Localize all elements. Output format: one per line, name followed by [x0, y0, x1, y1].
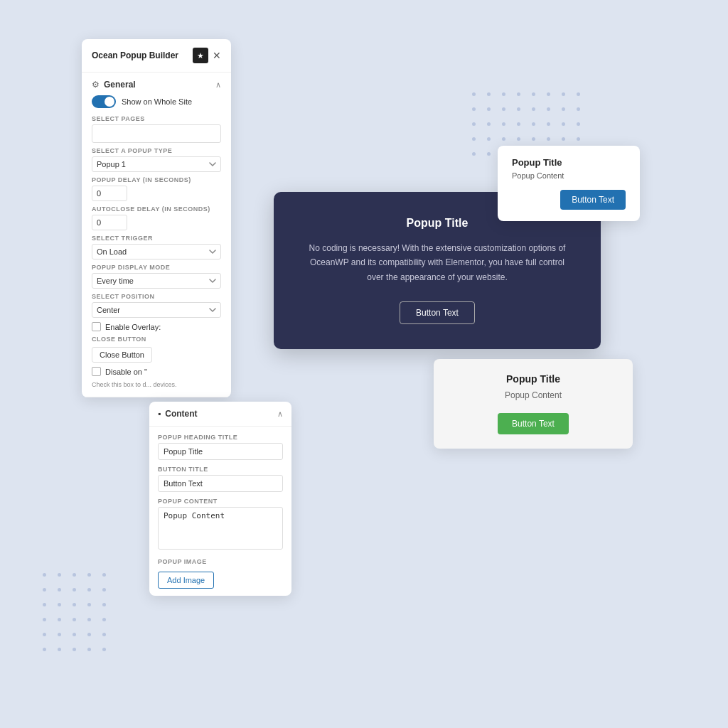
content-panel-title: Content: [165, 409, 197, 419]
popup-light-top-button[interactable]: Button Text: [560, 190, 626, 210]
content-chevron-up-icon: ∧: [277, 410, 283, 419]
select-trigger-select[interactable]: On Load On Click On Exit: [92, 244, 221, 259]
disable-on-label: Disable on ": [105, 368, 147, 376]
autoclose-delay-field: AUTOCLOSE DELAY (IN SECONDS): [92, 205, 221, 230]
popup-type-select[interactable]: Popup 1 Popup 2 Popup 3: [92, 156, 221, 172]
popup-light-bottom-title: Popup Title: [451, 373, 616, 385]
popup-display-mode-select[interactable]: Every time Once per session Once per day: [92, 273, 221, 289]
popup-light-top-content: Popup Content: [512, 171, 626, 180]
show-on-whole-site-toggle[interactable]: [92, 95, 116, 108]
popup-content-label: POPUP CONTENT: [158, 498, 283, 505]
toggle-label: Show on Whole Site: [122, 97, 192, 106]
content-panel-header: ▪ Content ∧: [149, 402, 291, 427]
add-image-button[interactable]: Add Image: [158, 572, 214, 589]
close-button-section-label: CLOSE BUTTON: [92, 336, 221, 343]
panel-title: Ocean Popup Builder: [92, 50, 178, 60]
select-position-field: SELECT POSITION Center Top Left Top Righ…: [92, 293, 221, 318]
popup-type-field: SELECT A POPUP TYPE Popup 1 Popup 2 Popu…: [92, 147, 221, 172]
popup-delay-input[interactable]: [92, 186, 127, 201]
popup-delay-field: POPUP DELAY (IN SECONDS): [92, 176, 221, 201]
popup-display-mode-field: POPUP DISPLAY MODE Every time Once per s…: [92, 264, 221, 289]
popup-content-textarea[interactable]: Popup Content: [158, 507, 283, 550]
select-position-select[interactable]: Center Top Left Top Right Bottom Left Bo…: [92, 302, 221, 318]
gear-icon: ⚙: [92, 80, 100, 90]
disable-on-checkbox[interactable]: [92, 367, 101, 376]
select-pages-label: Select Pages: [92, 115, 221, 122]
close-button[interactable]: Close Button: [92, 347, 152, 363]
popup-light-bottom: Popup Title Popup Content Button Text: [434, 359, 633, 449]
close-button-row: Close Button: [92, 347, 221, 363]
general-section: ⚙ General ∧ Show on Whole Site Select Pa…: [82, 73, 231, 397]
enable-overlay-checkbox[interactable]: [92, 322, 101, 331]
general-section-title: General: [104, 80, 136, 90]
enable-overlay-row: Enable Overlay:: [92, 322, 221, 331]
autoclose-delay-label: AUTOCLOSE DELAY (IN SECONDS): [92, 205, 221, 213]
panel-header: Ocean Popup Builder ★ ✕: [82, 39, 231, 73]
popup-type-label: SELECT A POPUP TYPE: [92, 147, 221, 154]
button-title-input[interactable]: [158, 475, 283, 492]
popup-delay-label: POPUP DELAY (IN SECONDS): [92, 176, 221, 183]
content-panel-body: POPUP HEADING TITLE BUTTON TITLE POPUP C…: [149, 427, 291, 596]
general-section-header-left: ⚙ General: [92, 80, 136, 90]
popup-display-mode-label: POPUP DISPLAY MODE: [92, 264, 221, 271]
popup-light-top: Popup Title Popup Content Button Text: [498, 146, 640, 221]
general-section-header[interactable]: ⚙ General ∧: [92, 80, 221, 90]
popup-dark-content: No coding is necessary! With the extensi…: [302, 241, 572, 284]
select-trigger-field: SELECT TRIGGER On Load On Click On Exit: [92, 235, 221, 259]
popup-heading-title-label: POPUP HEADING TITLE: [158, 434, 283, 441]
popup-image-label: POPUP IMAGE: [158, 558, 283, 565]
popup-light-bottom-button[interactable]: Button Text: [498, 413, 569, 434]
popup-heading-title-input[interactable]: [158, 443, 283, 460]
select-position-label: SELECT POSITION: [92, 293, 221, 300]
panel-header-icons: ★ ✕: [193, 48, 221, 63]
close-icon[interactable]: ✕: [213, 50, 221, 60]
help-text: Check this box to d... devices.: [92, 380, 221, 390]
select-pages-field: Select Pages: [92, 115, 221, 143]
chevron-up-icon: ∧: [215, 80, 221, 90]
star-icon[interactable]: ★: [193, 48, 208, 63]
builder-panel: Ocean Popup Builder ★ ✕ ⚙ General ∧ Show…: [82, 39, 231, 397]
enable-overlay-label: Enable Overlay:: [105, 323, 161, 331]
content-panel: ▪ Content ∧ POPUP HEADING TITLE BUTTON T…: [149, 402, 291, 596]
content-panel-title-row: ▪ Content: [158, 409, 198, 419]
button-title-label: BUTTON TITLE: [158, 466, 283, 473]
select-pages-input[interactable]: [92, 124, 221, 143]
disable-on-row: Disable on ": [92, 367, 221, 376]
popup-light-bottom-content: Popup Content: [451, 390, 616, 400]
popup-light-top-title: Popup Title: [512, 157, 626, 168]
select-trigger-label: SELECT TRIGGER: [92, 235, 221, 242]
autoclose-delay-input[interactable]: [92, 215, 127, 230]
content-icon: ▪: [158, 409, 161, 419]
toggle-row: Show on Whole Site: [92, 90, 221, 111]
popup-dark-button[interactable]: Button Text: [400, 301, 475, 324]
dot-pattern-bottom: [43, 573, 112, 657]
